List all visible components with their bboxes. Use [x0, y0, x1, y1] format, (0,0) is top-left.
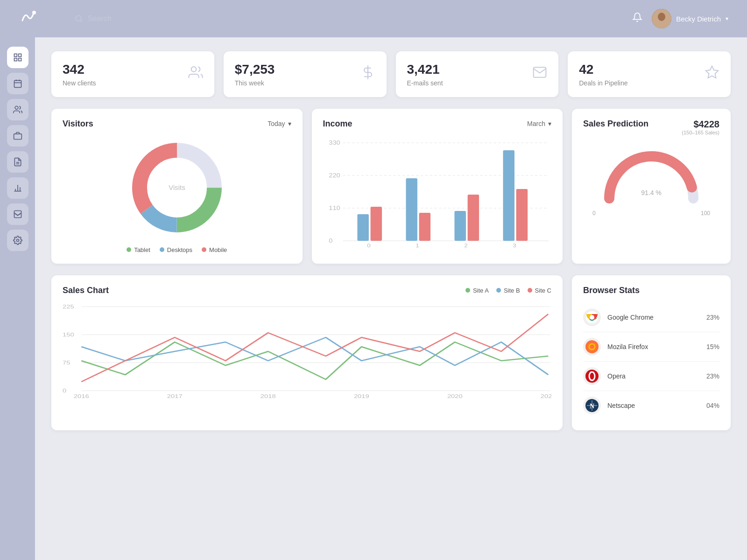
sidebar-item-contacts[interactable] [7, 99, 28, 120]
logo-icon [19, 7, 37, 30]
netscape-name: Netscape [607, 402, 700, 409]
svg-text:2016: 2016 [74, 393, 89, 399]
income-chart-card: Income March ▾ 330 220 110 0 [312, 109, 563, 264]
bell-icon[interactable] [632, 12, 642, 25]
sales-pred-header: Sales Prediction $4228 (150–165 Sales) [583, 119, 719, 135]
svg-point-1 [76, 15, 81, 21]
visitors-chart-card: Visitors Today ▾ [51, 109, 303, 264]
site-b-dot [496, 288, 501, 293]
svg-text:91.4 %: 91.4 % [641, 189, 662, 196]
stat-card-left-emails: 3,421 E-mails sent [407, 62, 443, 87]
chrome-pct: 23% [706, 314, 719, 321]
visitors-filter[interactable]: Today ▾ [268, 120, 291, 127]
legend-mobile: Mobile [202, 246, 227, 253]
sidebar-item-documents[interactable] [7, 151, 28, 173]
gauge-labels: 0 100 [583, 210, 719, 217]
emails-icon [532, 65, 547, 83]
legend-site-b-label: Site B [504, 287, 520, 294]
content-area: 342 New clients $7,253 This week [35, 37, 747, 560]
visitors-filter-label: Today [268, 120, 285, 127]
opera-pct: 23% [706, 372, 719, 380]
search-area [75, 14, 632, 23]
svg-text:150: 150 [63, 331, 74, 337]
legend-site-a: Site A [465, 287, 489, 294]
svg-text:2019: 2019 [354, 393, 369, 399]
sidebar-item-analytics[interactable] [7, 177, 28, 199]
svg-text:3: 3 [513, 243, 516, 248]
svg-text:2021: 2021 [541, 393, 551, 399]
chevron-down-icon: ▾ [726, 15, 728, 22]
tablet-dot [127, 247, 131, 252]
donut-legend: Tablet Desktops Mobile [63, 246, 291, 253]
sidebar-item-inbox[interactable] [7, 203, 28, 225]
netscape-pct: 04% [706, 402, 719, 409]
svg-point-22 [191, 67, 196, 72]
stat-number-revenue: $7,253 [235, 62, 275, 77]
sales-pred-amount: $4228 [682, 119, 719, 130]
search-icon [75, 14, 83, 23]
svg-rect-9 [14, 80, 21, 87]
legend-site-c-label: Site C [535, 287, 551, 294]
avatar [652, 9, 671, 28]
opera-name: Opera [607, 372, 700, 380]
sales-line-chart: 225 150 75 0 2016 2017 2018 2019 [63, 300, 551, 403]
sales-pred-sub: (150–165 Sales) [682, 130, 719, 135]
sidebar-item-settings[interactable] [7, 230, 28, 251]
income-filter[interactable]: March ▾ [527, 120, 551, 127]
svg-text:0: 0 [367, 243, 371, 248]
svg-point-21 [16, 239, 19, 242]
legend-desktops: Desktops [160, 246, 192, 253]
donut-center-label: Visits [169, 183, 185, 191]
sidebar [0, 37, 35, 560]
svg-text:330: 330 [329, 140, 340, 146]
legend-desktops-label: Desktops [167, 246, 192, 253]
sales-prediction-card: Sales Prediction $4228 (150–165 Sales) [572, 109, 731, 264]
svg-text:0: 0 [63, 387, 66, 393]
desktops-dot [160, 247, 164, 252]
browser-stats-card: Browser Stats Google Chr [572, 275, 731, 430]
browser-item-chrome: Google Chrome 23% [583, 303, 719, 332]
bottom-row: Sales Chart Site A Site B Site C [51, 275, 731, 430]
topbar: Becky Dietrich ▾ [0, 0, 747, 37]
stat-label-clients: New clients [63, 79, 96, 87]
income-chart-wrap: 330 220 110 0 0 1 2 3 [323, 136, 552, 239]
svg-text:2020: 2020 [447, 393, 463, 399]
svg-rect-14 [14, 134, 21, 140]
browser-item-opera: Opera 23% [583, 362, 719, 391]
gauge-chart: 91.4 % [595, 145, 707, 205]
income-chart-header: Income March ▾ [323, 119, 552, 129]
sidebar-item-calendar[interactable] [7, 73, 28, 94]
svg-rect-5 [14, 54, 17, 57]
gauge-max-label: 100 [701, 210, 710, 217]
sales-chart-wrap: 225 150 75 0 2016 2017 2018 2019 [63, 300, 551, 405]
chrome-name: Google Chrome [607, 314, 700, 321]
sidebar-item-projects[interactable] [7, 125, 28, 147]
income-bar-chart: 330 220 110 0 0 1 2 3 [323, 136, 552, 248]
browser-stats-header: Browser Stats [583, 286, 719, 295]
stat-label-deals: Deals in Pipeline [579, 79, 627, 87]
search-input[interactable] [88, 14, 181, 23]
sidebar-item-dashboard[interactable] [7, 47, 28, 68]
stat-card-emails: 3,421 E-mails sent [396, 51, 559, 97]
stat-number-clients: 342 [63, 62, 96, 77]
user-name: Becky Dietrich [676, 15, 721, 23]
svg-text:2018: 2018 [261, 393, 276, 399]
site-a-dot [465, 288, 470, 293]
sales-pred-values: $4228 (150–165 Sales) [682, 119, 719, 135]
svg-rect-47 [503, 150, 514, 241]
income-filter-label: March [527, 120, 545, 127]
svg-rect-6 [18, 54, 21, 57]
svg-rect-46 [467, 195, 479, 241]
firefox-pct: 15% [706, 343, 719, 350]
user-info[interactable]: Becky Dietrich ▾ [652, 9, 728, 28]
svg-rect-8 [14, 58, 17, 61]
svg-rect-41 [357, 214, 368, 241]
stat-card-deals: 42 Deals in Pipeline [568, 51, 731, 97]
stat-cards-row: 342 New clients $7,253 This week [51, 51, 731, 97]
chrome-logo [583, 308, 601, 326]
opera-logo [583, 367, 601, 385]
donut-container: Visits [63, 136, 291, 239]
logo-area [19, 7, 75, 30]
svg-rect-48 [516, 189, 527, 241]
svg-text:75: 75 [63, 359, 70, 365]
